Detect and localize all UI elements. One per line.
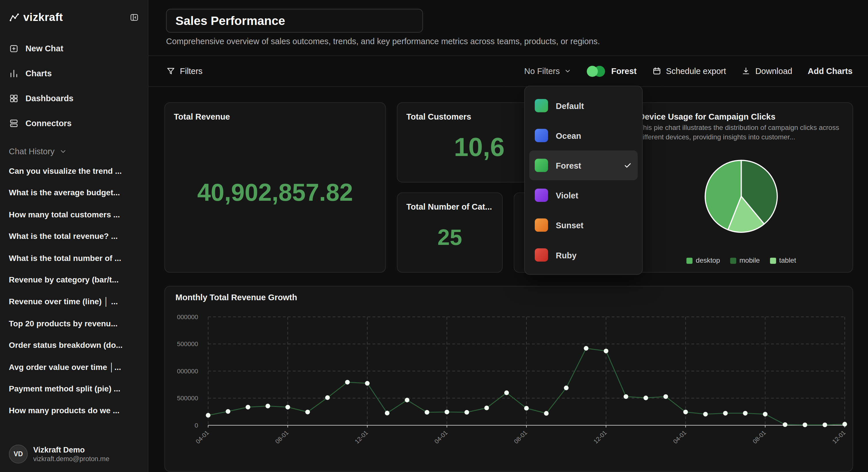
theme-option-label: Violet <box>556 191 578 200</box>
chat-history-item[interactable]: How many total customers ... <box>0 204 148 226</box>
toolbar-right: No Filters Forest Schedule export Downlo… <box>524 65 852 77</box>
download-icon <box>741 66 751 76</box>
theme-option-default[interactable]: Default <box>529 91 638 121</box>
theme-option-sunset[interactable]: Sunset <box>529 210 638 240</box>
charts-icon <box>9 68 19 78</box>
download-label: Download <box>755 66 792 76</box>
schedule-export-button[interactable]: Schedule export <box>652 66 726 76</box>
chat-history-item[interactable]: What is the average budget... <box>0 182 148 204</box>
add-charts-label: Add Charts <box>808 66 852 76</box>
theme-option-label: Ruby <box>556 250 577 260</box>
sidebar-item-label: Connectors <box>26 119 72 128</box>
theme-swatch <box>535 189 548 202</box>
check-icon <box>623 161 632 170</box>
sidebar-item-label: Charts <box>26 69 52 78</box>
app-window: vizkraft New ChatChartsDashboardsConnect… <box>0 0 868 472</box>
user-info: Vizkraft Demo vizkraft.demo@proton.me <box>33 445 110 463</box>
svg-text:08-01: 08-01 <box>751 429 767 445</box>
chat-history-item[interactable]: Revenue over time (line) │ ... <box>0 291 148 313</box>
chevron-down-icon <box>564 67 571 74</box>
chat-history-label: Chat History <box>9 146 55 156</box>
legend-item-mobile: mobile <box>730 257 760 264</box>
no-filters-dropdown[interactable]: No Filters <box>524 66 571 76</box>
pie-chart <box>700 155 783 238</box>
sidebar-item-new-chat[interactable]: New Chat <box>0 36 148 61</box>
legend-label: desktop <box>696 257 720 264</box>
theme-toggle-icon <box>587 65 607 77</box>
svg-text:0: 0 <box>195 422 198 429</box>
chat-history-item[interactable]: What is the total number of ... <box>0 247 148 269</box>
pie-chart-card: Device Usage for Campaign Clicks This pi… <box>629 102 853 273</box>
svg-text:04-01: 04-01 <box>433 429 449 445</box>
theme-swatch <box>535 129 548 142</box>
sidebar-header: vizkraft <box>0 0 148 32</box>
page-subtitle: Comprehensive overview of sales outcomes… <box>166 36 600 46</box>
svg-text:04-01: 04-01 <box>194 429 210 445</box>
theme-swatch <box>535 159 548 172</box>
theme-swatch <box>535 248 548 262</box>
filters-button[interactable]: Filters <box>166 66 203 76</box>
sidebar-item-charts[interactable]: Charts <box>0 61 148 86</box>
stat-card-title: Total Number of Cat... <box>406 202 493 211</box>
theme-option-forest[interactable]: Forest <box>529 150 638 180</box>
sidebar: vizkraft New ChatChartsDashboardsConnect… <box>0 0 148 472</box>
filter-icon <box>166 66 176 76</box>
theme-option-label: Ocean <box>556 131 581 140</box>
total-categories-value: 25 <box>437 225 462 250</box>
svg-text:000000: 000000 <box>177 368 198 375</box>
download-button[interactable]: Download <box>741 66 792 76</box>
sidebar-item-connectors[interactable]: Connectors <box>0 111 148 136</box>
vizkraft-logo: vizkraft <box>9 11 63 24</box>
pie-chart-description: This pie chart illustrates the distribut… <box>639 123 844 143</box>
stat-card-total-revenue: Total Revenue 40,902,857.82 <box>164 102 386 273</box>
line-chart: 050000000000050000000000004-0108-0112-01… <box>165 286 853 472</box>
legend-swatch <box>730 258 736 264</box>
chat-history-item[interactable]: Revenue by category (bar/t... <box>0 269 148 291</box>
logo-text: vizkraft <box>23 11 63 24</box>
sidebar-nav: New ChatChartsDashboardsConnectors <box>0 36 148 135</box>
collapse-sidebar-button[interactable] <box>129 12 139 22</box>
dashboard-title-input[interactable]: Sales Performance <box>166 9 423 33</box>
chat-history-toggle[interactable]: Chat History <box>9 146 139 156</box>
chat-history-list: Can you visualize the trend ...What is t… <box>0 160 148 422</box>
legend-swatch <box>686 258 692 264</box>
svg-text:12-01: 12-01 <box>353 429 369 445</box>
theme-option-ocean[interactable]: Ocean <box>529 121 638 150</box>
sidebar-item-label: New Chat <box>26 43 63 53</box>
theme-switcher[interactable]: Forest <box>587 65 637 77</box>
toolbar: Filters No Filters Forest Schedule expor… <box>148 55 868 87</box>
dashboards-icon <box>9 93 19 103</box>
page-title: Sales Performance <box>175 13 285 28</box>
legend-label: tablet <box>779 257 796 264</box>
collapse-sidebar-icon <box>129 12 139 22</box>
theme-option-ruby[interactable]: Ruby <box>529 240 638 270</box>
sidebar-item-label: Dashboards <box>26 94 73 103</box>
user-profile[interactable]: VD Vizkraft Demo vizkraft.demo@proton.me <box>0 438 148 472</box>
svg-text:12-01: 12-01 <box>831 429 847 445</box>
pie-chart-title: Device Usage for Campaign Clicks <box>639 112 844 121</box>
connectors-icon <box>9 118 19 128</box>
sidebar-item-dashboards[interactable]: Dashboards <box>0 86 148 111</box>
chat-history-item[interactable]: What is the total revenue? ... <box>0 226 148 247</box>
svg-text:000000: 000000 <box>177 313 198 321</box>
user-email: vizkraft.demo@proton.me <box>33 455 110 463</box>
total-revenue-value: 40,902,857.82 <box>197 178 353 206</box>
chat-history-item[interactable]: Order status breakdown (do... <box>0 335 148 357</box>
theme-swatch <box>535 218 548 232</box>
chat-history-item[interactable]: How many products do we ... <box>0 400 148 422</box>
chat-history-item[interactable]: Can you visualize the trend ... <box>0 160 148 182</box>
chat-history-item[interactable]: Top 20 products by revenu... <box>0 313 148 335</box>
add-charts-button[interactable]: Add Charts <box>808 66 852 76</box>
schedule-export-label: Schedule export <box>666 66 726 76</box>
theme-option-violet[interactable]: Violet <box>529 180 638 210</box>
theme-option-label: Sunset <box>556 221 583 230</box>
filters-label: Filters <box>180 66 203 76</box>
chat-history-item[interactable]: Avg order value over time │... <box>0 357 148 378</box>
svg-text:500000: 500000 <box>177 395 198 402</box>
chat-history-item[interactable]: Payment method split (pie) ... <box>0 378 148 400</box>
svg-text:500000: 500000 <box>177 340 198 347</box>
svg-text:04-01: 04-01 <box>672 429 688 445</box>
pie-legend: desktopmobiletablet <box>630 257 852 264</box>
theme-menu: DefaultOceanForestVioletSunsetRuby <box>524 86 643 275</box>
line-chart-card: Monthly Total Revenue Growth 05000000000… <box>164 286 853 472</box>
